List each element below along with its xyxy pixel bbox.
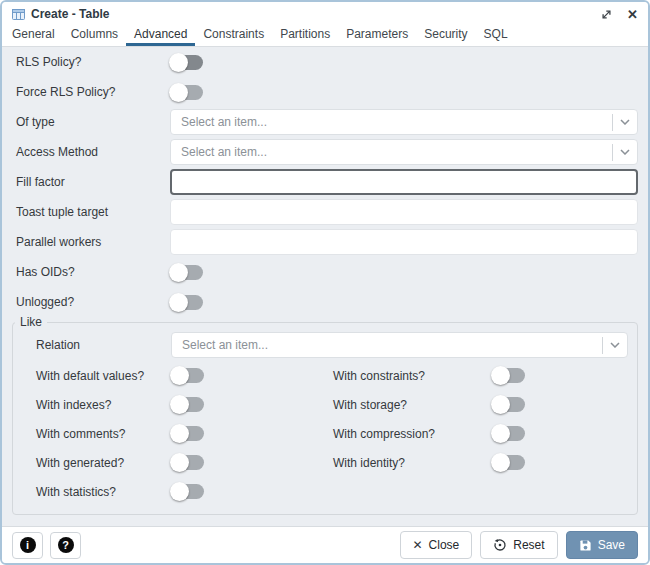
toggle-knob	[169, 293, 188, 312]
toggle-rls-policy[interactable]	[170, 55, 203, 70]
form-row: Relation Select an item...	[13, 329, 628, 361]
like-toggle-row: With comments?With compression?	[13, 419, 628, 448]
table-icon	[12, 9, 25, 20]
toggle-with-default-values[interactable]	[171, 368, 204, 383]
toggle-with-generated[interactable]	[171, 455, 204, 470]
like-cell: With statistics?	[36, 484, 333, 499]
field-label: Fill factor	[16, 175, 170, 189]
toggle-with-compression[interactable]	[492, 426, 525, 441]
dialog-footer: i ? ✕ Close Reset Save	[2, 526, 648, 563]
field-label: With default values?	[36, 369, 171, 383]
tab-general[interactable]: General	[4, 24, 63, 46]
field-label: With comments?	[36, 427, 171, 441]
field-label: RLS Policy?	[16, 55, 170, 69]
tab-advanced[interactable]: Advanced	[126, 24, 195, 46]
chevron-down-icon	[620, 149, 630, 155]
toggle-knob	[169, 83, 188, 102]
form-row: Of typeSelect an item...	[16, 107, 638, 137]
tab-security[interactable]: Security	[416, 24, 475, 46]
select-placeholder: Select an item...	[182, 338, 602, 352]
field-label: With indexes?	[36, 398, 171, 412]
toggle-knob	[491, 395, 510, 414]
field-label: Has OIDs?	[16, 265, 170, 279]
tab-parameters[interactable]: Parameters	[338, 24, 416, 46]
form-row: Toast tuple target	[16, 197, 638, 227]
field-label: Access Method	[16, 145, 170, 159]
select-separator	[602, 337, 603, 354]
field-label: Toast tuple target	[16, 205, 170, 219]
field-control	[170, 265, 638, 280]
chevron-down-icon	[610, 342, 620, 348]
save-button[interactable]: Save	[566, 531, 638, 559]
select-separator	[612, 144, 613, 161]
toggle-with-storage[interactable]	[492, 397, 525, 412]
like-cell: With indexes?	[36, 397, 333, 412]
like-cell: With default values?	[36, 368, 333, 383]
form-row: Access MethodSelect an item...	[16, 137, 638, 167]
tab-sql[interactable]: SQL	[476, 24, 516, 46]
toggle-knob	[169, 53, 188, 72]
reset-button-label: Reset	[513, 538, 544, 552]
field-label: Force RLS Policy?	[16, 85, 170, 99]
dialog-titlebar: Create - Table ✕	[2, 2, 648, 24]
select-placeholder: Select an item...	[181, 145, 612, 159]
form-row: Parallel workers	[16, 227, 638, 257]
form-row: Fill factor	[16, 167, 638, 197]
tab-constraints[interactable]: Constraints	[195, 24, 272, 46]
like-cell: With compression?	[333, 426, 628, 441]
toggle-with-indexes[interactable]	[171, 397, 204, 412]
close-icon[interactable]: ✕	[627, 8, 638, 21]
toggle-with-identity[interactable]	[492, 455, 525, 470]
toggle-knob	[491, 366, 510, 385]
field-label: Parallel workers	[16, 235, 170, 249]
select-access-method[interactable]: Select an item...	[170, 139, 638, 165]
toggle-knob	[491, 453, 510, 472]
field-label: With identity?	[333, 456, 492, 470]
advanced-tab-panel: RLS Policy?Force RLS Policy?Of typeSelec…	[2, 47, 648, 526]
toggle-has-oids[interactable]	[170, 265, 203, 280]
close-button[interactable]: ✕ Close	[400, 531, 473, 559]
field-label: With storage?	[333, 398, 492, 412]
select-relation[interactable]: Select an item...	[171, 332, 628, 358]
like-toggle-row: With default values?With constraints?	[13, 361, 628, 390]
create-table-dialog: Create - Table ✕ GeneralColumnsAdvancedC…	[0, 0, 650, 565]
close-button-label: Close	[429, 538, 460, 552]
field-label: Of type	[16, 115, 170, 129]
tab-bar: GeneralColumnsAdvancedConstraintsPartiti…	[2, 24, 648, 47]
sql-info-button[interactable]: i	[12, 532, 43, 559]
chevron-down-icon	[620, 119, 630, 125]
like-cell: With storage?	[333, 397, 628, 412]
toggle-with-statistics[interactable]	[171, 484, 204, 499]
help-button[interactable]: ?	[50, 532, 81, 559]
field-label: With constraints?	[333, 369, 492, 383]
field-control: Select an item...	[170, 139, 638, 165]
field-label: Relation	[36, 338, 171, 352]
tab-partitions[interactable]: Partitions	[272, 24, 338, 46]
input-toast-tuple-target[interactable]	[170, 199, 638, 225]
select-separator	[612, 114, 613, 131]
maximize-icon[interactable]	[601, 9, 612, 20]
like-cell: With identity?	[333, 455, 628, 470]
input-parallel-workers[interactable]	[170, 229, 638, 255]
toggle-force-rls-policy[interactable]	[170, 85, 203, 100]
toggle-knob	[170, 395, 189, 414]
toggle-knob	[491, 424, 510, 443]
like-toggle-row: With generated?With identity?	[13, 448, 628, 477]
toggle-knob	[170, 482, 189, 501]
toggle-with-comments[interactable]	[171, 426, 204, 441]
like-cell: With constraints?	[333, 368, 628, 383]
field-control	[170, 55, 638, 70]
field-label: With generated?	[36, 456, 171, 470]
tab-columns[interactable]: Columns	[63, 24, 126, 46]
info-icon: i	[20, 537, 36, 553]
select-of-type[interactable]: Select an item...	[170, 109, 638, 135]
field-control	[170, 169, 638, 195]
field-label: With compression?	[333, 427, 492, 441]
field-control	[170, 199, 638, 225]
help-icon: ?	[58, 537, 74, 553]
reset-button[interactable]: Reset	[480, 531, 557, 559]
toggle-with-constraints[interactable]	[492, 368, 525, 383]
toggle-unlogged[interactable]	[170, 295, 203, 310]
input-fill-factor[interactable]	[170, 169, 638, 195]
save-button-label: Save	[598, 538, 625, 552]
